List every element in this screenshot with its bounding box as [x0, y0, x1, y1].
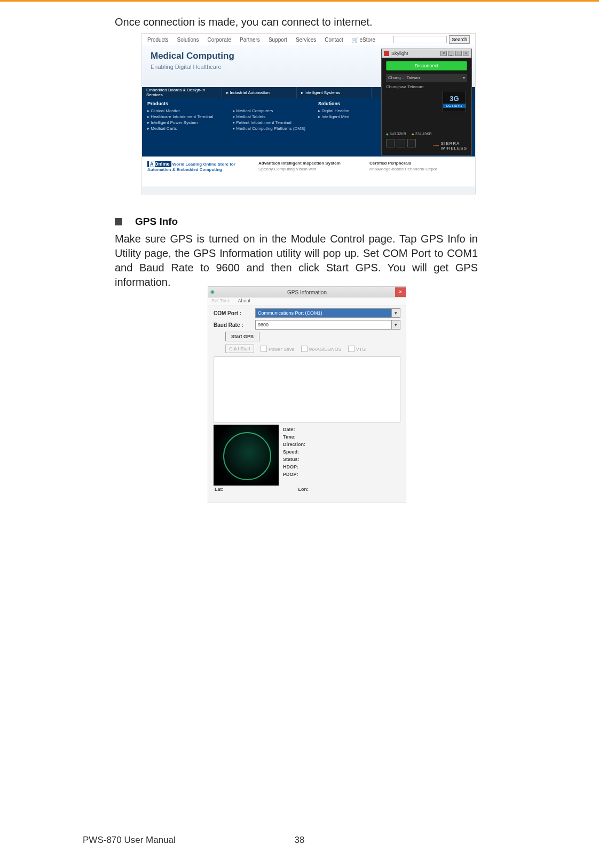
nav-item[interactable]: 🛒 eStore [352, 37, 375, 43]
chevron-down-icon: ▾ [463, 74, 465, 82]
tray-icon[interactable] [386, 139, 395, 147]
tab-item[interactable]: Embedded Boards & Design-in Services [142, 87, 222, 98]
carrier-text: Chunghwa Telecom [386, 84, 467, 89]
baud-rate-row: Baud Rate : 9600 ▾ [214, 320, 400, 330]
gps-options-row: Cold Start Power Save WAAS/EGNOS VTG [225, 345, 400, 353]
gps-window-title: GPS Information [219, 290, 395, 295]
baud-rate-label: Baud Rate : [214, 322, 255, 328]
com-port-select[interactable]: Communications Port (COM1) ▾ [255, 308, 400, 318]
tab-item[interactable]: ▸ Intelligent Systems [297, 87, 372, 98]
menu-link[interactable]: ▸ Medical Carts [147, 126, 222, 131]
network-mode: DC-HSPA+ [443, 104, 466, 108]
nav-item[interactable]: Partners [240, 37, 260, 43]
sierra-text: SIERRAWIRELESS [441, 141, 467, 151]
power-save-checkbox[interactable]: Power Save [261, 346, 295, 352]
gps-lower-panel: Date: Time: Direction: Speed: Status: HD… [214, 425, 400, 486]
gps-hdop-label: HDOP: [283, 463, 396, 471]
signal-badge: 3G DC-HSPA+ [443, 91, 466, 112]
menu-link[interactable]: ▸ Patient Infotainment Terminal [233, 120, 308, 125]
intro-paragraph: Once connection is made, you can connect… [115, 16, 373, 28]
close-button[interactable]: × [395, 287, 406, 297]
nav-item[interactable]: Solutions [177, 37, 199, 43]
com-port-label: COM Port : [214, 310, 255, 316]
network-type: 3G [443, 95, 466, 103]
cold-start-button[interactable]: Cold Start [225, 345, 254, 353]
gps-log-area [214, 356, 400, 423]
search-input[interactable] [393, 36, 447, 43]
menu-set-time[interactable]: Set Time [211, 298, 231, 305]
chevron-down-icon: ▾ [391, 309, 400, 317]
gps-time-label: Time: [283, 433, 396, 441]
menu-link[interactable]: ▸ Clinical Monitor [147, 108, 222, 113]
location-row[interactable]: Chung ... Taiwan ▾ [386, 74, 467, 82]
column-header: Solutions [318, 101, 372, 106]
baud-rate-select[interactable]: 9600 ▾ [255, 320, 400, 330]
footer-promos: AOnline World Leading Online Store for A… [142, 157, 475, 186]
gps-titlebar: ◉ GPS Information × [208, 287, 406, 298]
gps-status-label: Status: [283, 456, 396, 463]
tab-item[interactable]: ▸ Industrial Automation [222, 87, 297, 98]
nav-item[interactable]: Corporate [208, 37, 231, 43]
nav-item[interactable]: Services [296, 37, 316, 43]
menu-link[interactable]: ▸ Digital Healthc [318, 108, 372, 113]
skylight-widget: Skylight ≡ _ □ × Disconnect Chung ... Ta… [381, 49, 472, 155]
skylight-titlebar: Skylight ≡ _ □ × [382, 49, 471, 58]
skylight-icon [384, 51, 389, 56]
start-gps-button[interactable]: Start GPS [225, 332, 259, 341]
menu-link[interactable]: ▸ Medical Computing Platforms (DMS) [233, 126, 308, 131]
nav-bar: Products Solutions Corporate Partners Su… [142, 34, 475, 45]
top-orange-rule [0, 0, 599, 2]
section-title: GPS Info [135, 216, 178, 228]
stat-down: 643.32KB [386, 132, 406, 136]
window-maximize-button[interactable]: □ [455, 51, 462, 56]
sierra-logo: 〰 SIERRAWIRELESS [433, 141, 467, 151]
menu-link[interactable]: ▸ Healthcare Infotainment Terminal [147, 114, 222, 119]
column-header: Products [147, 101, 222, 106]
screenshot-gps-information: ◉ GPS Information × Set Time About COM P… [208, 286, 406, 503]
section-heading: GPS Info [115, 216, 178, 228]
aonline-logo: AOnline [147, 161, 171, 167]
gps-app-icon: ◉ [210, 289, 217, 295]
disconnect-button[interactable]: Disconnect [386, 61, 467, 71]
gps-speed-label: Speed: [283, 448, 396, 456]
menu-link[interactable]: ▸ Intelligent Power System [147, 120, 222, 125]
tray-icon[interactable] [407, 139, 416, 147]
waas-egnos-checkbox[interactable]: WAAS/EGNOS [301, 346, 342, 352]
promo-sub: Speedy Computing Vision with [258, 167, 359, 171]
tray-icons [386, 139, 416, 147]
promo-title: Certified Peripherals [369, 161, 470, 166]
skylight-title: Skylight [391, 51, 408, 56]
window-menu-button[interactable]: ≡ [440, 51, 447, 56]
vtg-checkbox[interactable]: VTG [348, 346, 366, 352]
promo-sub: Knowledge-based Peripheral Depot [369, 167, 470, 171]
gps-latlon-row: Lat: Lon: [214, 487, 400, 492]
baud-rate-value: 9600 [258, 322, 269, 327]
window-close-button[interactable]: × [463, 51, 469, 56]
gps-globe-graphic [214, 425, 279, 486]
gps-direction-label: Direction: [283, 441, 396, 448]
gps-pdop-label: PDOP: [283, 471, 396, 478]
menu-link[interactable]: ▸ Intelligent Med [318, 114, 372, 119]
gps-menubar: Set Time About [208, 298, 406, 306]
menu-about[interactable]: About [238, 298, 251, 305]
nav-item[interactable]: Support [269, 37, 287, 43]
com-port-value: Communications Port (COM1) [258, 310, 322, 316]
nav-item[interactable]: Contact [325, 37, 343, 43]
nav-item[interactable]: Products [147, 37, 168, 43]
window-minimize-button[interactable]: _ [448, 51, 454, 56]
footer-manual-title: PWS-870 User Manual [83, 835, 176, 846]
location-text: Chung ... Taiwan [388, 74, 420, 82]
data-stats: 643.32KB 234.49KB [386, 132, 432, 136]
com-port-row: COM Port : Communications Port (COM1) ▾ [214, 308, 400, 318]
menu-link[interactable]: ▸ Medical Computers [233, 108, 308, 113]
menu-link[interactable]: ▸ Medical Tablets [233, 114, 308, 119]
tray-icon[interactable] [397, 139, 405, 147]
search-button[interactable]: Search [449, 35, 470, 44]
stat-up: 234.49KB [412, 132, 432, 136]
square-bullet-icon [115, 218, 122, 225]
promo-title: Advantech Intelligent Inspection System [258, 161, 359, 166]
screenshot-browser-skylight: Products Solutions Corporate Partners Su… [141, 33, 476, 194]
sierra-wave-icon: 〰 [433, 143, 439, 149]
gps-info-labels: Date: Time: Direction: Speed: Status: HD… [279, 425, 400, 486]
chevron-down-icon: ▾ [391, 320, 400, 329]
